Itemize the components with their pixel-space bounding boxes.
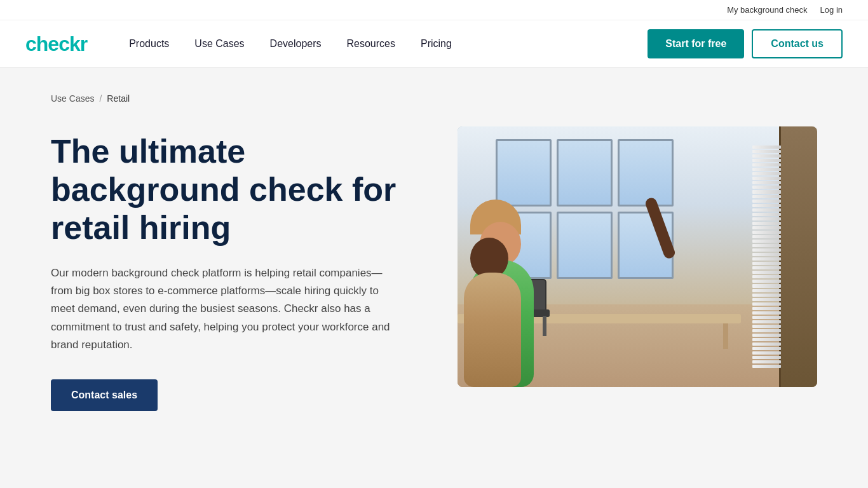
breadcrumb-current: Retail: [107, 93, 130, 104]
rack-item: [752, 146, 781, 149]
rack-item: [752, 217, 781, 220]
rack-item: [752, 204, 781, 207]
rack-item: [752, 159, 781, 162]
rack-item: [752, 208, 781, 212]
start-for-free-button[interactable]: Start for free: [648, 29, 744, 58]
rack-item: [752, 200, 781, 203]
window-pane: [496, 139, 552, 207]
window-pane: [557, 139, 613, 207]
rack-item: [752, 280, 781, 283]
log-in-link[interactable]: Log in: [820, 5, 843, 15]
rack-item: [752, 248, 781, 252]
rack-item: [752, 257, 781, 261]
rack-item: [752, 311, 781, 315]
rack-item: [752, 168, 781, 171]
nav-actions: Start for free Contact us: [648, 29, 843, 58]
hero-image: [458, 126, 817, 387]
scene: [458, 126, 817, 387]
rack-item: [752, 253, 781, 256]
rack-item: [752, 360, 781, 363]
rack-item: [752, 163, 781, 166]
rack-item: [752, 244, 781, 247]
rack-item: [752, 213, 781, 216]
rack-item: [752, 231, 781, 234]
rack-item: [752, 316, 781, 319]
nav-use-cases[interactable]: Use Cases: [184, 32, 254, 56]
chair-leg: [543, 316, 546, 336]
rack-item: [752, 289, 781, 292]
rack-item: [752, 271, 781, 274]
rack-item: [752, 275, 781, 278]
hero-section: The ultimate background check for retail…: [51, 126, 817, 411]
my-background-check-link[interactable]: My background check: [727, 5, 807, 15]
rack-item: [752, 190, 781, 193]
rack-item: [752, 172, 781, 175]
nav-products[interactable]: Products: [119, 32, 179, 56]
rack-item: [752, 195, 781, 198]
rack-item: [752, 177, 781, 180]
rack-item: [752, 325, 781, 328]
rack-item: [752, 334, 781, 337]
rack-item: [752, 298, 781, 301]
rack-item: [752, 365, 781, 368]
rack-item: [752, 226, 781, 229]
rack-item: [752, 222, 781, 225]
contact-sales-button[interactable]: Contact sales: [51, 379, 158, 411]
rack-item: [752, 351, 781, 355]
breadcrumb-use-cases[interactable]: Use Cases: [51, 93, 94, 104]
main-content: Use Cases / Retail The ultimate backgrou…: [0, 68, 868, 449]
hero-content: The ultimate background check for retail…: [51, 126, 419, 411]
nav-links: Products Use Cases Developers Resources …: [119, 32, 648, 56]
rack-item: [752, 266, 781, 269]
nav-developers[interactable]: Developers: [260, 32, 332, 56]
display-rack: [779, 126, 817, 387]
rack-item: [752, 186, 781, 189]
window-pane: [618, 139, 674, 207]
nav-resources[interactable]: Resources: [337, 32, 405, 56]
window-pane: [557, 212, 613, 279]
navbar: checkr Products Use Cases Developers Res…: [0, 20, 868, 68]
contact-us-button[interactable]: Contact us: [752, 29, 843, 58]
rack-item: [752, 240, 781, 243]
rack-item: [752, 284, 781, 287]
hero-image-placeholder: [458, 126, 817, 387]
rack-item: [752, 338, 781, 341]
hero-title: The ultimate background check for retail…: [51, 133, 419, 247]
breadcrumb: Use Cases / Retail: [51, 93, 817, 104]
rack-item: [752, 294, 781, 297]
rack-items: [749, 146, 781, 368]
utility-bar: My background check Log in: [0, 0, 868, 20]
rack-item: [752, 342, 781, 346]
rack-item: [752, 262, 781, 265]
hero-description: Our modern background check platform is …: [51, 264, 394, 353]
rack-item: [752, 320, 781, 323]
nav-pricing[interactable]: Pricing: [410, 32, 462, 56]
rack-item: [752, 235, 781, 238]
rack-item: [752, 302, 781, 306]
logo[interactable]: checkr: [25, 32, 87, 56]
rack-item: [752, 154, 781, 158]
logo-text: checkr: [25, 32, 87, 55]
rack-item: [752, 181, 781, 184]
rack-item: [752, 307, 781, 310]
rack-item: [752, 356, 781, 359]
rack-item: [752, 150, 781, 153]
breadcrumb-separator: /: [99, 93, 102, 104]
person-2-body: [464, 273, 521, 387]
rack-item: [752, 347, 781, 350]
table-leg: [723, 323, 728, 349]
rack-item: [752, 329, 781, 332]
